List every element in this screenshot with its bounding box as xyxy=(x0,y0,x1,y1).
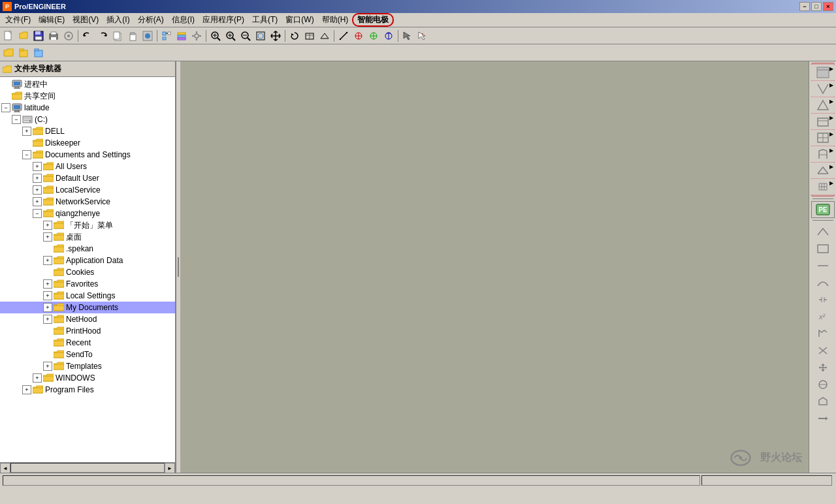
rt-draw-btn-10[interactable] xyxy=(811,377,835,392)
tree-item-15[interactable]: + Application Data xyxy=(0,255,175,266)
rt-btn-6[interactable]: ▶ xyxy=(811,146,835,162)
tree-item-26[interactable]: + Program Files xyxy=(0,384,175,396)
folder-btn2[interactable] xyxy=(16,46,31,60)
preview-button[interactable] xyxy=(61,29,76,43)
rt-btn-2[interactable]: ▶ xyxy=(811,81,835,97)
rt-draw-btn-1[interactable] xyxy=(811,224,835,240)
minimize-button[interactable]: − xyxy=(799,2,810,11)
title-buttons[interactable]: − □ × xyxy=(799,2,833,11)
tree-item-23[interactable]: SendTo xyxy=(0,349,175,360)
rt-draw-btn-7[interactable] xyxy=(811,326,835,341)
rt-draw-btn-5[interactable] xyxy=(811,292,835,307)
menu-window[interactable]: 窗口(W) xyxy=(281,13,317,27)
tree-expand-btn[interactable]: + xyxy=(33,197,42,206)
tree-expand-btn[interactable]: + xyxy=(43,362,52,371)
view-btn[interactable] xyxy=(302,29,317,43)
scroll-track[interactable] xyxy=(10,463,165,473)
tree-expand-btn[interactable]: − xyxy=(22,150,31,159)
open-button[interactable] xyxy=(16,29,31,43)
tree-expand-btn[interactable]: + xyxy=(43,221,52,230)
tree-item-10[interactable]: + NetworkService xyxy=(0,196,175,208)
zoom-in-btn[interactable] xyxy=(223,29,238,43)
new-button[interactable] xyxy=(1,29,16,43)
rt-draw-btn-6[interactable]: x² xyxy=(811,309,835,324)
paste-button[interactable] xyxy=(125,29,140,43)
rt-draw-btn-2[interactable] xyxy=(811,241,835,257)
model-tree-btn[interactable] xyxy=(159,29,174,43)
menu-info[interactable]: 信息(I) xyxy=(168,13,199,27)
tree-item-0[interactable]: 进程中 xyxy=(0,78,175,90)
rt-draw-btn-11[interactable] xyxy=(811,394,835,409)
tree-expand-btn[interactable]: + xyxy=(43,291,52,300)
repaint-button[interactable] xyxy=(140,29,155,43)
rt-draw-btn-12[interactable] xyxy=(811,411,835,426)
tree-item-4[interactable]: + DELL xyxy=(0,125,175,137)
print-button[interactable] xyxy=(46,29,61,43)
rt-btn-5[interactable]: ▶ xyxy=(811,130,835,146)
menu-tools[interactable]: 工具(T) xyxy=(248,13,281,27)
rt-btn-4[interactable]: ▶ xyxy=(811,114,835,129)
menu-smart-electrode[interactable]: 智能电极 xyxy=(352,13,394,27)
tree-item-17[interactable]: + Favorites xyxy=(0,278,175,290)
datum3-btn[interactable] xyxy=(381,29,396,43)
tree-expand-btn[interactable]: + xyxy=(43,279,52,289)
tree-expand-btn[interactable]: + xyxy=(22,127,31,136)
settings-btn[interactable] xyxy=(189,29,204,43)
rt-btn-7[interactable]: ▶ xyxy=(811,163,835,178)
tree-item-21[interactable]: PrintHood xyxy=(0,325,175,337)
redo-button[interactable] xyxy=(95,29,110,43)
tree-expand-btn[interactable]: + xyxy=(43,232,52,242)
tree-item-20[interactable]: + NetHood xyxy=(0,313,175,325)
tree-area[interactable]: 进程中 共享空间− latitude− (C:)+ DELL Diskeeper… xyxy=(0,77,175,462)
menu-view[interactable]: 视图(V) xyxy=(69,13,103,27)
tree-item-5[interactable]: Diskeeper xyxy=(0,137,175,149)
layer-btn[interactable] xyxy=(174,29,189,43)
tree-expand-btn[interactable]: − xyxy=(1,103,10,112)
tree-item-24[interactable]: + Templates xyxy=(0,360,175,372)
rt-green-btn[interactable]: PE xyxy=(811,201,835,218)
close-button[interactable]: × xyxy=(823,2,833,11)
tree-expand-btn[interactable]: + xyxy=(43,256,52,265)
zoom-out-btn[interactable] xyxy=(238,29,253,43)
tree-item-14[interactable]: .spekan xyxy=(0,243,175,255)
tree-item-11[interactable]: − qiangzhenye xyxy=(0,208,175,219)
rt-btn-3[interactable]: ▶ xyxy=(811,97,835,113)
zoom-fit-btn[interactable] xyxy=(253,29,268,43)
folder-nav-btn[interactable] xyxy=(1,46,16,60)
tree-item-18[interactable]: + Local Settings xyxy=(0,290,175,302)
rt-draw-btn-4[interactable] xyxy=(811,275,835,291)
pan-btn[interactable] xyxy=(268,29,283,43)
menu-help[interactable]: 帮助(H) xyxy=(318,13,353,27)
tree-item-25[interactable]: + WINDOWS xyxy=(0,372,175,384)
scroll-right[interactable]: ► xyxy=(165,463,175,473)
spin-btn[interactable] xyxy=(287,29,302,43)
folder-btn3[interactable] xyxy=(31,46,46,60)
selection-btn[interactable] xyxy=(400,29,415,43)
tree-item-19[interactable]: + My Documents xyxy=(0,302,175,313)
tree-expand-btn[interactable]: − xyxy=(12,115,21,124)
tree-expand-btn[interactable]: + xyxy=(22,385,31,394)
rt-draw-btn-3[interactable] xyxy=(811,258,835,274)
tree-expand-btn[interactable]: + xyxy=(43,315,52,324)
scroll-left[interactable]: ◄ xyxy=(0,463,10,473)
tree-item-22[interactable]: Recent xyxy=(0,337,175,349)
menu-applications[interactable]: 应用程序(P) xyxy=(199,13,248,27)
tree-expand-btn[interactable]: + xyxy=(33,373,42,383)
tree-item-3[interactable]: − (C:) xyxy=(0,114,175,125)
undo-button[interactable] xyxy=(80,29,95,43)
tree-expand-btn[interactable]: − xyxy=(33,209,42,218)
tree-item-9[interactable]: + LocalService xyxy=(0,184,175,196)
rt-draw-btn-8[interactable] xyxy=(811,343,835,358)
tree-item-13[interactable]: + 桌面 xyxy=(0,231,175,243)
menu-edit[interactable]: 编辑(E) xyxy=(35,13,69,27)
datum-btn[interactable] xyxy=(351,29,366,43)
tree-item-12[interactable]: + 「开始」菜单 xyxy=(0,219,175,231)
maximize-button[interactable]: □ xyxy=(811,2,822,11)
zoom-area-btn[interactable] xyxy=(208,29,223,43)
help-btn[interactable]: ? xyxy=(415,29,430,43)
datum2-btn[interactable] xyxy=(366,29,381,43)
tree-item-1[interactable]: 共享空间 xyxy=(0,90,175,102)
tree-expand-btn[interactable]: + xyxy=(33,162,42,171)
tree-item-16[interactable]: Cookies xyxy=(0,266,175,278)
rt-draw-btn-9[interactable] xyxy=(811,360,835,375)
